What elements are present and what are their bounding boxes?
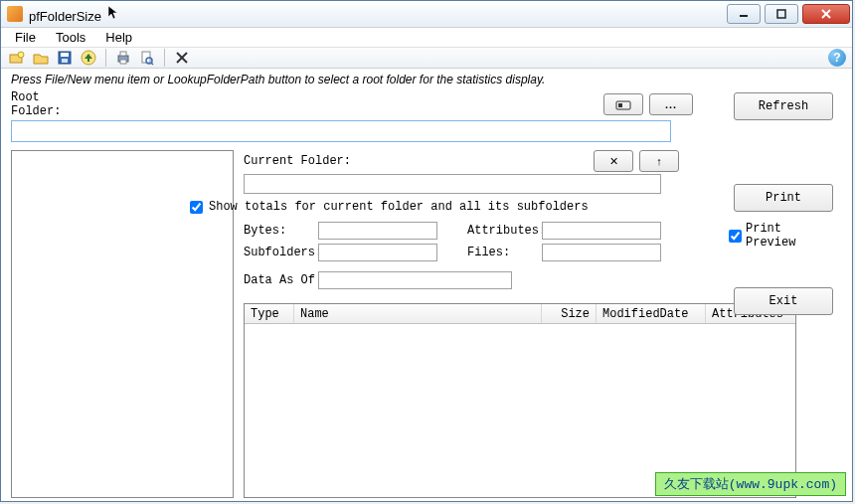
col-name[interactable]: Name (294, 304, 542, 323)
open-folder-icon[interactable] (31, 48, 51, 68)
exit-button[interactable]: Exit (734, 287, 833, 315)
svg-point-5 (18, 52, 24, 58)
print-button[interactable]: Print (734, 184, 833, 212)
menu-tools[interactable]: Tools (46, 28, 95, 47)
menu-help[interactable]: Help (95, 28, 142, 47)
subfolders-field[interactable] (318, 244, 437, 261)
content-area: Press File/New menu item or LookupFolder… (1, 69, 852, 502)
close-button[interactable] (802, 4, 850, 24)
print-preview-label: Print Preview (746, 222, 838, 250)
attributes-field[interactable] (542, 222, 661, 240)
bytes-label: Bytes: (244, 224, 318, 238)
svg-rect-7 (61, 53, 69, 57)
col-size[interactable]: Size (542, 304, 597, 323)
up-folder-button[interactable]: ↑ (639, 150, 679, 172)
col-type[interactable]: Type (245, 304, 294, 323)
new-folder-icon[interactable] (7, 48, 27, 68)
save-icon[interactable] (55, 48, 75, 68)
svg-rect-19 (618, 103, 622, 107)
current-folder-input[interactable] (244, 174, 661, 194)
subfolders-label: Subfolders: (244, 246, 318, 259)
svg-rect-12 (120, 60, 126, 64)
root-folder-row: Root Folder: ... (11, 90, 842, 118)
print-preview-row: Print Preview (729, 222, 838, 250)
show-totals-checkbox[interactable] (190, 201, 203, 214)
show-totals-label: Show totals for current folder and all i… (209, 200, 589, 214)
root-input-row (11, 120, 842, 142)
root-folder-input[interactable] (11, 120, 671, 142)
lookup-icon (615, 98, 631, 110)
window-title-text: pfFolderSize (29, 9, 101, 24)
bytes-field[interactable] (318, 222, 437, 240)
refresh-button[interactable]: Refresh (734, 92, 833, 120)
up-arrow-icon[interactable] (79, 48, 98, 68)
main-row: Current Folder: ✕ ↑ Show totals for curr… (11, 150, 842, 498)
minimize-button[interactable] (727, 4, 761, 24)
maximize-button[interactable] (765, 4, 798, 24)
svg-line-15 (151, 63, 153, 65)
help-icon[interactable]: ? (828, 49, 846, 67)
titlebar: pfFolderSize (1, 1, 852, 28)
delete-icon[interactable] (172, 48, 192, 68)
window-title: pfFolderSize (29, 5, 725, 24)
close-folder-button[interactable]: ✕ (594, 150, 633, 172)
svg-rect-1 (777, 10, 785, 18)
right-action-panel: Refresh Print Print Preview Exit (729, 92, 838, 315)
menubar: File Tools Help (1, 28, 852, 48)
dataasof-field[interactable] (318, 271, 512, 289)
col-modified[interactable]: ModifiedDate (597, 304, 706, 323)
watermark: 久友下载站(www.9upk.com) (655, 472, 846, 496)
app-icon (7, 6, 23, 22)
toolbar-separator (105, 49, 106, 67)
files-field[interactable] (542, 244, 661, 261)
print-preview-checkbox[interactable] (729, 230, 742, 243)
files-label: Files: (467, 246, 542, 259)
printer-icon[interactable] (113, 48, 133, 68)
svg-rect-11 (120, 52, 126, 56)
menu-file[interactable]: File (5, 28, 46, 47)
toolbar: ? (1, 48, 852, 69)
hint-text: Press File/New menu item or LookupFolder… (11, 73, 842, 86)
root-folder-label: Root Folder: (11, 90, 90, 118)
window-controls (725, 1, 852, 27)
x-icon: ✕ (609, 155, 618, 168)
current-folder-label: Current Folder: (244, 154, 351, 168)
file-grid[interactable]: Type Name Size ModifiedDate Attributes (244, 303, 796, 498)
preview-icon[interactable] (137, 48, 157, 68)
app-window: pfFolderSize File Tools Help ? Press Fil… (0, 0, 853, 502)
grid-header: Type Name Size ModifiedDate Attributes (245, 304, 795, 324)
lookup-folder-button[interactable] (603, 93, 643, 115)
cursor-icon (107, 5, 119, 21)
dataasof-label: Data As Of (244, 273, 318, 287)
up-icon: ↑ (656, 155, 662, 167)
toolbar-separator (164, 49, 165, 67)
attributes-label: Attributes: (467, 224, 542, 238)
svg-rect-8 (62, 59, 68, 63)
more-button[interactable]: ... (649, 93, 693, 115)
